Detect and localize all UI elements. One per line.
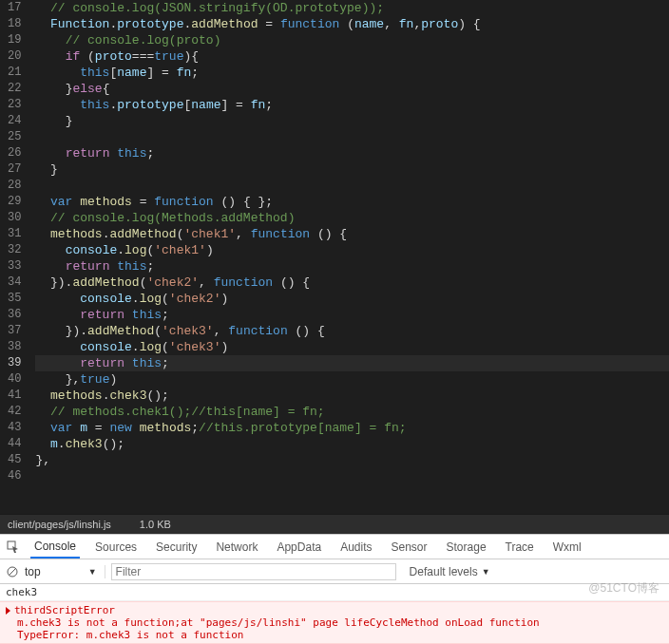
console-error[interactable]: thirdScriptErrorm.chek3 is not a functio… (0, 601, 669, 644)
tab-audits[interactable]: Audits (336, 537, 375, 558)
line-number: 46 (8, 468, 21, 484)
console-toolbar: top ▼ Default levels ▼ (0, 559, 669, 584)
code-line[interactable]: methods.chek3(); (35, 388, 669, 404)
console-output[interactable]: chek3thirdScriptErrorm.chek3 is not a fu… (0, 584, 669, 644)
line-number: 24 (8, 113, 21, 129)
expand-arrow-icon[interactable] (6, 607, 10, 615)
code-line[interactable]: console.log('chek1') (35, 242, 669, 258)
file-size: 1.0 KB (140, 519, 171, 530)
devtools-tabs: ConsoleSourcesSecurityNetworkAppDataAudi… (0, 535, 669, 559)
code-line[interactable]: }).addMethod('chek3', function () { (35, 323, 669, 339)
line-number: 41 (8, 388, 21, 404)
line-number: 45 (8, 452, 21, 468)
line-number-gutter: 1718192021222324252627282930313233343536… (0, 0, 35, 514)
line-number: 40 (8, 371, 21, 388)
line-number: 17 (8, 0, 21, 16)
error-text: m.chek3 is not a function;at "pages/js/l… (17, 616, 540, 629)
tab-security[interactable]: Security (152, 537, 201, 558)
line-number: 19 (8, 32, 21, 48)
code-line[interactable]: methods.addMethod('chek1', function () { (35, 226, 669, 242)
code-line[interactable] (35, 468, 669, 484)
code-line[interactable]: }).addMethod('chek2', function () { (35, 275, 669, 291)
code-line[interactable]: }, (35, 452, 669, 468)
code-editor[interactable]: 1718192021222324252627282930313233343536… (0, 0, 669, 514)
chevron-down-icon: ▼ (88, 567, 97, 577)
line-number: 35 (8, 291, 21, 307)
line-number: 28 (8, 178, 21, 194)
line-number: 34 (8, 275, 21, 291)
line-number: 30 (8, 210, 21, 226)
code-line[interactable]: return this; (35, 307, 669, 323)
tab-sensor[interactable]: Sensor (388, 537, 431, 558)
tab-appdata[interactable]: AppData (273, 537, 325, 558)
code-line[interactable]: },true) (35, 371, 669, 388)
console-log: chek3 (0, 584, 669, 601)
line-number: 26 (8, 145, 21, 161)
inspect-icon[interactable] (6, 540, 19, 554)
line-number: 31 (8, 226, 21, 242)
line-number: 32 (8, 242, 21, 258)
code-line[interactable]: this.prototype[name] = fn; (35, 97, 669, 113)
code-line[interactable]: // methods.chek1();//this[name] = fn; (35, 404, 669, 420)
code-line[interactable]: Function.prototype.addMethod = function … (35, 16, 669, 32)
tab-storage[interactable]: Storage (443, 537, 490, 558)
tab-trace[interactable]: Trace (502, 537, 538, 558)
tab-wxml[interactable]: Wxml (549, 537, 585, 558)
tab-network[interactable]: Network (212, 537, 261, 558)
code-line[interactable]: var m = new methods;//this.prototype[nam… (35, 420, 669, 436)
context-selector[interactable]: top ▼ (25, 565, 105, 578)
error-text: TypeError: m.chek3 is not a function (17, 629, 243, 641)
code-line[interactable]: m.chek3(); (35, 436, 669, 452)
devtools-panel: ConsoleSourcesSecurityNetworkAppDataAudi… (0, 534, 669, 644)
error-text: thirdScriptError (14, 604, 115, 616)
code-line[interactable]: return this; (35, 145, 669, 161)
tab-console[interactable]: Console (30, 536, 80, 559)
line-number: 37 (8, 323, 21, 339)
status-bar: client/pages/js/linshi.js 1.0 KB (0, 514, 669, 534)
line-number: 44 (8, 436, 21, 452)
svg-line-2 (9, 568, 16, 576)
line-number: 36 (8, 307, 21, 323)
line-number: 39 (8, 355, 21, 371)
code-line[interactable]: // console.log(proto) (35, 32, 669, 48)
code-line[interactable]: this[name] = fn; (35, 65, 669, 81)
line-number: 25 (8, 129, 21, 145)
code-area[interactable]: // console.log(JSON.stringify(OD.prototy… (35, 0, 669, 514)
code-line[interactable]: console.log('chek2') (35, 291, 669, 307)
line-number: 23 (8, 97, 21, 113)
code-line[interactable]: return this; (35, 355, 669, 371)
code-line[interactable]: console.log('chek3') (35, 339, 669, 355)
code-line[interactable]: var methods = function () { }; (35, 194, 669, 210)
code-line[interactable] (35, 178, 669, 194)
tab-sources[interactable]: Sources (91, 537, 141, 558)
line-number: 21 (8, 65, 21, 81)
code-line[interactable]: } (35, 113, 669, 129)
log-levels-selector[interactable]: Default levels ▼ (402, 565, 490, 578)
file-path: client/pages/js/linshi.js (8, 519, 111, 530)
code-line[interactable]: } (35, 161, 669, 178)
line-number: 20 (8, 48, 21, 65)
line-number: 22 (8, 81, 21, 97)
code-line[interactable]: return this; (35, 258, 669, 275)
line-number: 29 (8, 194, 21, 210)
line-number: 42 (8, 404, 21, 420)
watermark: @51CTO博客 (588, 580, 659, 597)
code-line[interactable]: }else{ (35, 81, 669, 97)
filter-input[interactable] (111, 563, 396, 580)
chevron-down-icon: ▼ (482, 567, 490, 577)
code-line[interactable]: // console.log(Methods.addMethod) (35, 210, 669, 226)
code-line[interactable]: // console.log(JSON.stringify(OD.prototy… (35, 0, 669, 16)
code-line[interactable] (35, 129, 669, 145)
clear-console-icon[interactable] (6, 565, 19, 578)
line-number: 33 (8, 258, 21, 275)
code-line[interactable]: if (proto===true){ (35, 48, 669, 65)
levels-label: Default levels (410, 565, 478, 578)
line-number: 18 (8, 16, 21, 32)
context-label: top (25, 565, 41, 578)
line-number: 38 (8, 339, 21, 355)
line-number: 27 (8, 161, 21, 178)
line-number: 43 (8, 420, 21, 436)
